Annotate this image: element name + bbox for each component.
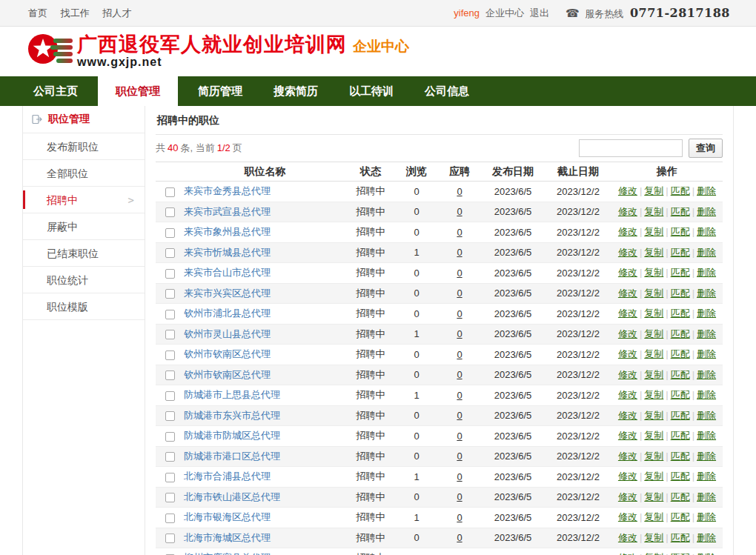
- copy-action-link[interactable]: 复制: [644, 206, 663, 217]
- edit-action-link[interactable]: 修改: [618, 247, 637, 258]
- position-name-link[interactable]: 来宾市忻城县总代理: [184, 247, 271, 258]
- delete-action-link[interactable]: 删除: [697, 430, 716, 441]
- delete-action-link[interactable]: 删除: [697, 348, 716, 359]
- delete-action-link[interactable]: 删除: [697, 389, 716, 400]
- search-button[interactable]: 查询: [689, 139, 723, 158]
- position-name-link[interactable]: 钦州市钦南区总代理: [184, 369, 271, 380]
- applies-count-link[interactable]: 0: [457, 267, 462, 279]
- position-name-link[interactable]: 钦州市浦北县总代理: [184, 308, 271, 319]
- row-checkbox[interactable]: [165, 473, 175, 482]
- applies-count-link[interactable]: 0: [457, 247, 462, 258]
- copy-action-link[interactable]: 复制: [644, 226, 663, 237]
- sidebar-item[interactable]: 屏蔽中 >: [23, 213, 145, 240]
- delete-action-link[interactable]: 删除: [697, 532, 716, 543]
- nav-tab[interactable]: 公司主页: [22, 76, 89, 106]
- row-checkbox[interactable]: [165, 432, 175, 442]
- match-action-link[interactable]: 匹配: [671, 511, 690, 522]
- row-checkbox[interactable]: [165, 269, 175, 279]
- position-name-link[interactable]: 防城港市东兴市总代理: [184, 410, 280, 421]
- applies-count-link[interactable]: 0: [457, 512, 462, 523]
- copy-action-link[interactable]: 复制: [644, 389, 663, 400]
- sidebar-item[interactable]: 招聘中 >: [23, 187, 145, 213]
- row-checkbox[interactable]: [165, 514, 175, 523]
- match-action-link[interactable]: 匹配: [671, 226, 690, 237]
- delete-action-link[interactable]: 删除: [697, 206, 716, 217]
- row-checkbox[interactable]: [165, 289, 175, 299]
- match-action-link[interactable]: 匹配: [671, 328, 690, 339]
- copy-action-link[interactable]: 复制: [644, 410, 663, 421]
- row-checkbox[interactable]: [165, 391, 175, 401]
- edit-action-link[interactable]: 修改: [618, 511, 637, 522]
- edit-action-link[interactable]: 修改: [618, 267, 637, 278]
- applies-count-link[interactable]: 0: [457, 390, 462, 401]
- copy-action-link[interactable]: 复制: [644, 430, 663, 441]
- edit-action-link[interactable]: 修改: [618, 471, 637, 482]
- row-checkbox[interactable]: [165, 310, 175, 319]
- edit-action-link[interactable]: 修改: [618, 389, 637, 400]
- applies-count-link[interactable]: 0: [457, 308, 462, 319]
- row-checkbox[interactable]: [165, 228, 175, 238]
- copy-action-link[interactable]: 复制: [644, 471, 663, 482]
- match-action-link[interactable]: 匹配: [671, 471, 690, 482]
- applies-count-link[interactable]: 0: [457, 431, 462, 442]
- match-action-link[interactable]: 匹配: [671, 410, 690, 421]
- row-checkbox[interactable]: [165, 350, 175, 360]
- copy-action-link[interactable]: 复制: [644, 185, 663, 196]
- copy-action-link[interactable]: 复制: [644, 308, 663, 319]
- position-name-link[interactable]: 来宾市象州县总代理: [184, 226, 271, 237]
- nav-tab[interactable]: 简历管理: [187, 76, 253, 106]
- position-name-link[interactable]: 北海市海城区总代理: [184, 532, 271, 543]
- logout-link[interactable]: 退出: [530, 7, 549, 20]
- position-name-link[interactable]: 北海市铁山港区总代理: [184, 491, 280, 502]
- sidebar-item[interactable]: 发布新职位 >: [23, 133, 145, 160]
- edit-action-link[interactable]: 修改: [618, 185, 637, 196]
- copy-action-link[interactable]: 复制: [644, 348, 663, 359]
- position-name-link[interactable]: 来宾市兴宾区总代理: [184, 288, 271, 299]
- nav-tab[interactable]: 以工待训: [338, 76, 405, 106]
- sidebar-item[interactable]: 全部职位 >: [23, 160, 145, 187]
- applies-count-link[interactable]: 0: [457, 491, 462, 502]
- copy-action-link[interactable]: 复制: [644, 247, 663, 258]
- delete-action-link[interactable]: 删除: [697, 491, 716, 502]
- match-action-link[interactable]: 匹配: [671, 430, 690, 441]
- applies-count-link[interactable]: 0: [457, 288, 462, 299]
- edit-action-link[interactable]: 修改: [618, 308, 637, 319]
- delete-action-link[interactable]: 删除: [697, 247, 716, 258]
- delete-action-link[interactable]: 删除: [697, 471, 716, 482]
- sidebar-item[interactable]: 职位统计 >: [23, 267, 145, 293]
- row-checkbox[interactable]: [165, 452, 175, 462]
- match-action-link[interactable]: 匹配: [671, 185, 690, 196]
- match-action-link[interactable]: 匹配: [671, 308, 690, 319]
- site-logo[interactable]: 广西退役军人就业创业培训网 企业中心 www.gxjp.net: [27, 31, 409, 72]
- position-name-link[interactable]: 钦州市灵山县总代理: [184, 328, 271, 339]
- match-action-link[interactable]: 匹配: [671, 552, 690, 555]
- match-action-link[interactable]: 匹配: [671, 206, 690, 217]
- edit-action-link[interactable]: 修改: [618, 552, 637, 555]
- applies-count-link[interactable]: 0: [457, 471, 462, 482]
- applies-count-link[interactable]: 0: [457, 186, 462, 197]
- edit-action-link[interactable]: 修改: [618, 369, 637, 380]
- copy-action-link[interactable]: 复制: [644, 369, 663, 380]
- applies-count-link[interactable]: 0: [457, 349, 462, 360]
- copy-action-link[interactable]: 复制: [644, 451, 663, 462]
- hire-link[interactable]: 招人才: [102, 7, 131, 19]
- copy-action-link[interactable]: 复制: [644, 288, 663, 299]
- match-action-link[interactable]: 匹配: [671, 267, 690, 278]
- match-action-link[interactable]: 匹配: [671, 247, 690, 258]
- home-link[interactable]: 首页: [28, 7, 47, 19]
- match-action-link[interactable]: 匹配: [671, 451, 690, 462]
- applies-count-link[interactable]: 0: [457, 206, 462, 217]
- applies-count-link[interactable]: 0: [457, 328, 462, 339]
- sidebar-item[interactable]: 已结束职位 >: [23, 240, 145, 267]
- copy-action-link[interactable]: 复制: [644, 491, 663, 502]
- row-checkbox[interactable]: [165, 493, 175, 502]
- position-name-link[interactable]: 来宾市武宣县总代理: [184, 206, 271, 217]
- delete-action-link[interactable]: 删除: [697, 369, 716, 380]
- copy-action-link[interactable]: 复制: [644, 328, 663, 339]
- delete-action-link[interactable]: 删除: [697, 288, 716, 299]
- delete-action-link[interactable]: 删除: [697, 226, 716, 237]
- edit-action-link[interactable]: 修改: [618, 430, 637, 441]
- applies-count-link[interactable]: 0: [457, 451, 462, 462]
- edit-action-link[interactable]: 修改: [618, 328, 637, 339]
- delete-action-link[interactable]: 删除: [697, 511, 716, 522]
